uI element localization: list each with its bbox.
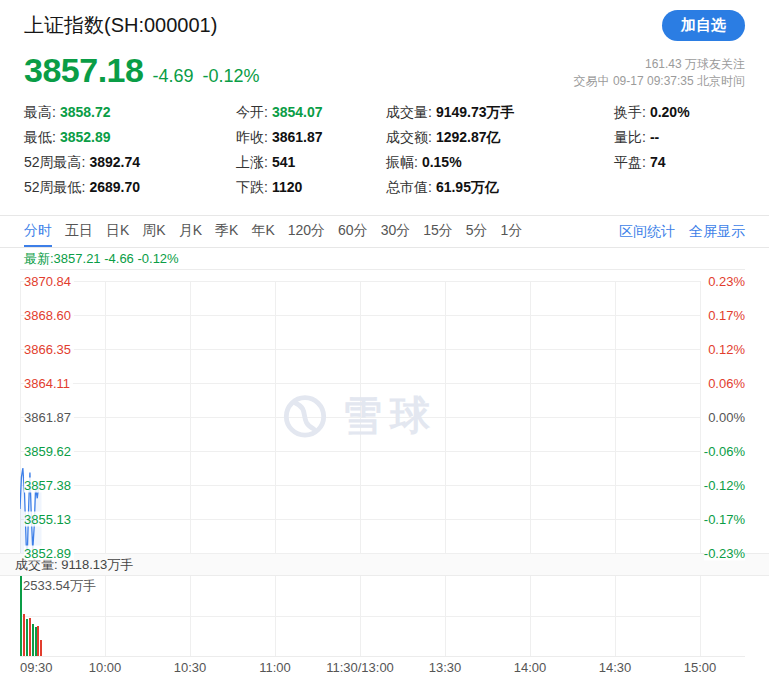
stat-item: 振幅:0.15% xyxy=(386,150,614,175)
add-watchlist-button[interactable]: 加自选 xyxy=(662,10,745,41)
time-label: 14:30 xyxy=(599,660,632,675)
stat-label: 总市值: xyxy=(386,179,432,195)
volume-bar xyxy=(23,614,25,656)
stat-item: 换手:0.20% xyxy=(614,100,745,125)
time-label: 11:00 xyxy=(259,660,291,675)
y-axis-pct-label: 0.12% xyxy=(708,342,745,357)
tab-60分[interactable]: 60分 xyxy=(338,216,368,247)
range-stats-link[interactable]: 区间统计 xyxy=(619,216,675,247)
volume-scale-label: 2533.54万手 xyxy=(23,577,96,595)
stat-value: 3858.72 xyxy=(60,104,111,120)
y-axis-price-label: 3866.35 xyxy=(24,342,74,357)
stat-value: 3852.89 xyxy=(60,129,111,145)
time-label: 13:30 xyxy=(429,660,462,675)
tab-5分[interactable]: 5分 xyxy=(466,216,488,247)
volume-bar xyxy=(37,626,39,656)
stat-label: 成交量: xyxy=(386,104,432,120)
stat-value: 3861.87 xyxy=(272,129,323,145)
price-vertical-gridline xyxy=(700,281,701,553)
tab-五日[interactable]: 五日 xyxy=(65,216,93,247)
stat-item: 52周最高:3892.74 xyxy=(24,150,236,175)
y-axis-price-label: 3852.89 xyxy=(24,546,74,561)
followers-count: 161.43 万球友关注 xyxy=(574,56,745,73)
chart-tools: 区间统计全屏显示 xyxy=(619,216,745,247)
time-label: 14:00 xyxy=(514,660,547,675)
page-title: 上证指数(SH:000001) xyxy=(24,12,217,39)
volume-bar xyxy=(40,640,42,656)
volume-bar xyxy=(35,627,37,656)
volume-gridline xyxy=(20,616,700,617)
tab-15分[interactable]: 15分 xyxy=(423,216,453,247)
tab-周K[interactable]: 周K xyxy=(142,216,165,247)
stat-column-2: 今开:3854.07昨收:3861.87上涨:541下跌:1120 xyxy=(236,100,386,200)
tab-分时[interactable]: 分时 xyxy=(24,216,52,247)
y-axis-pct-label: -0.06% xyxy=(704,444,745,459)
stat-label: 最高: xyxy=(24,104,56,120)
tab-月K[interactable]: 月K xyxy=(179,216,202,247)
stat-label: 昨收: xyxy=(236,129,268,145)
price-plot-area[interactable]: 雪球 xyxy=(20,281,700,553)
stat-item: 最高:3858.72 xyxy=(24,100,236,125)
stat-item: 最低:3852.89 xyxy=(24,125,236,150)
market-status-time: 交易中 09-17 09:37:35 北京时间 xyxy=(574,73,745,90)
stat-column-1: 最高:3858.72最低:3852.8952周最高:3892.7452周最低:2… xyxy=(24,100,236,200)
stat-value: 0.15% xyxy=(422,154,462,170)
y-axis-pct-label: -0.12% xyxy=(704,478,745,493)
stat-value: 1292.87亿 xyxy=(436,129,501,145)
time-axis-labels: 09:3010:0010:3011:0011:30/13:0013:3014:0… xyxy=(20,657,700,679)
tab-年K[interactable]: 年K xyxy=(251,216,274,247)
stat-value: 74 xyxy=(650,154,666,170)
y-axis-price-label: 3855.13 xyxy=(24,512,74,527)
stat-item: 总市值:61.95万亿 xyxy=(386,175,614,200)
y-axis-pct-label: 0.23% xyxy=(708,274,745,289)
price-change-pct: -0.12% xyxy=(202,66,259,87)
y-axis-price-label: 3870.84 xyxy=(24,274,74,289)
price-line-chart xyxy=(20,281,700,553)
stat-value: 9149.73万手 xyxy=(436,104,515,120)
volume-plot-area xyxy=(20,576,700,656)
volume-vertical-gridline xyxy=(700,576,701,656)
stat-label: 平盘: xyxy=(614,154,646,170)
intraday-chart: 雪球 3870.840.23%3868.600.17%3866.350.12%3… xyxy=(20,269,745,553)
stat-value: 61.95万亿 xyxy=(436,179,499,195)
y-axis-price-label: 3864.11 xyxy=(24,376,73,391)
stat-value: -- xyxy=(650,129,659,145)
price-pane[interactable]: 雪球 3870.840.23%3868.600.17%3866.350.12%3… xyxy=(20,281,745,553)
stat-column-4: 换手:0.20%量比:--平盘:74 xyxy=(614,100,745,200)
tab-季K[interactable]: 季K xyxy=(215,216,238,247)
stat-label: 下跌: xyxy=(236,179,268,195)
time-label: 10:30 xyxy=(174,660,207,675)
stat-value: 1120 xyxy=(272,179,302,195)
y-axis-price-label: 3861.87 xyxy=(24,410,74,425)
stat-value: 0.20% xyxy=(650,104,690,120)
time-label: 15:00 xyxy=(684,660,717,675)
tab-日K[interactable]: 日K xyxy=(106,216,129,247)
chart-period-tab-bar: 分时五日日K周K月K季K年K120分60分30分15分5分1分 区间统计全屏显示 xyxy=(0,215,769,248)
volume-bar xyxy=(29,618,31,656)
tab-30分[interactable]: 30分 xyxy=(381,216,411,247)
stat-label: 振幅: xyxy=(386,154,418,170)
time-label: 11:30/13:00 xyxy=(326,660,394,675)
stats-grid: 最高:3858.72最低:3852.8952周最高:3892.7452周最低:2… xyxy=(0,100,769,200)
time-label: 10:00 xyxy=(89,660,122,675)
stat-label: 成交额: xyxy=(386,129,432,145)
y-axis-pct-label: -0.17% xyxy=(704,512,745,527)
market-meta: 161.43 万球友关注 交易中 09-17 09:37:35 北京时间 xyxy=(574,56,745,90)
tab-1分[interactable]: 1分 xyxy=(501,216,523,247)
y-axis-pct-label: 0.06% xyxy=(708,376,745,391)
stat-label: 52周最高: xyxy=(24,154,85,170)
volume-bar xyxy=(26,619,28,656)
y-axis-pct-label: 0.00% xyxy=(708,410,745,425)
current-quote: 3857.18 -4.69 -0.12% xyxy=(24,51,259,90)
page-header: 上证指数(SH:000001) 加自选 xyxy=(0,9,769,42)
volume-pane[interactable]: 2533.54万手 xyxy=(20,576,745,657)
stat-item: 量比:-- xyxy=(614,125,745,150)
stat-value: 2689.70 xyxy=(89,179,140,195)
stat-value: 3854.07 xyxy=(272,104,323,120)
y-axis-price-label: 3857.38 xyxy=(24,478,74,493)
fullscreen-link[interactable]: 全屏显示 xyxy=(689,216,745,247)
stat-column-3: 成交量:9149.73万手成交额:1292.87亿振幅:0.15%总市值:61.… xyxy=(386,100,614,200)
stat-label: 量比: xyxy=(614,129,646,145)
latest-quote-line: 最新:3857.21 -4.66 -0.12% xyxy=(0,248,769,269)
tab-120分[interactable]: 120分 xyxy=(288,216,325,247)
